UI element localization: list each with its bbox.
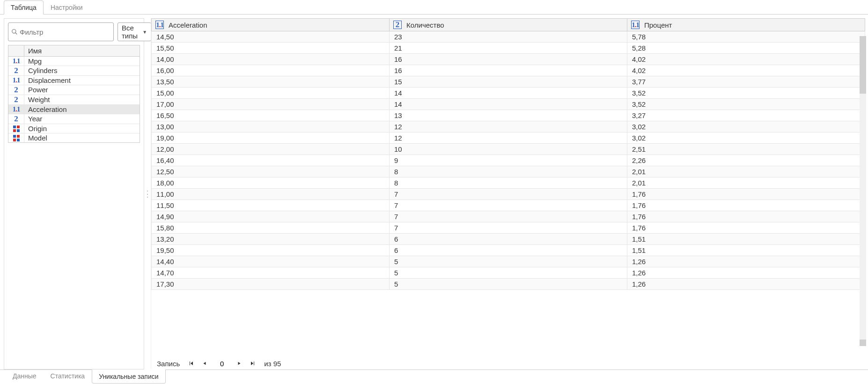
table-cell: 14,40 — [152, 256, 390, 267]
table-cell: 5 — [390, 279, 627, 290]
field-row-model[interactable]: Model — [8, 133, 140, 142]
bottom-tabs: ДанныеСтатистикаУникальные записи — [0, 369, 868, 384]
bottom-tab-2[interactable]: Уникальные записи — [92, 369, 165, 384]
table-cell: 14,70 — [152, 267, 390, 279]
field-row-acceleration[interactable]: 1.1Acceleration — [8, 105, 140, 114]
scrollbar-down-button[interactable] — [860, 340, 866, 346]
table-cell: 7 — [390, 189, 627, 200]
table-cell: 15,00 — [152, 88, 390, 99]
column-header-label: Количество — [406, 21, 444, 29]
pager-of: из 95 — [264, 360, 281, 368]
main-area: Все типы ▼ Имя 1.1Mpg2Cylinders1.1Displa… — [0, 15, 868, 369]
table-row[interactable]: 16,4092,26 — [152, 155, 865, 166]
bottom-tab-1[interactable]: Статистика — [44, 369, 92, 384]
table-cell: 18,00 — [152, 177, 390, 189]
table-row[interactable]: 17,3051,26 — [152, 279, 865, 290]
table-cell: 21 — [390, 43, 627, 54]
filter-input[interactable] — [18, 27, 110, 37]
pager-current-input[interactable] — [215, 360, 228, 368]
bottom-tab-0[interactable]: Данные — [6, 369, 44, 384]
field-name-label: Acceleration — [24, 105, 140, 114]
panel-splitter[interactable] — [144, 18, 151, 369]
field-row-displacement[interactable]: 1.1Displacement — [8, 76, 140, 85]
table-cell: 1,26 — [627, 256, 865, 267]
type-select-label: Все типы — [122, 24, 138, 40]
record-pager: Запись из 95 — [151, 358, 867, 369]
scrollbar-thumb[interactable] — [860, 36, 866, 94]
field-row-mpg[interactable]: 1.1Mpg — [8, 57, 140, 66]
field-type-icon: 2 — [8, 95, 24, 104]
table-row[interactable]: 15,00143,52 — [152, 88, 865, 99]
top-tab-0[interactable]: Таблица — [4, 0, 44, 15]
svg-rect-6 — [13, 135, 16, 138]
field-type-icon: 2 — [8, 85, 24, 95]
table-row[interactable]: 12,5082,01 — [152, 166, 865, 177]
fields-header-icon-col — [8, 45, 24, 56]
table-cell: 8 — [390, 166, 627, 177]
top-tabs: ТаблицаНастройки — [0, 0, 868, 15]
table-row[interactable]: 17,00143,52 — [152, 99, 865, 110]
table-cell: 7 — [390, 222, 627, 234]
fields-toolbar: Все типы ▼ — [4, 19, 144, 45]
table-cell: 5,28 — [627, 43, 865, 54]
table-row[interactable]: 19,00123,02 — [152, 133, 865, 144]
table-row[interactable]: 15,8071,76 — [152, 222, 865, 234]
field-name-label: Weight — [24, 95, 140, 104]
table-row[interactable]: 14,9071,76 — [152, 211, 865, 222]
table-row[interactable]: 11,0071,76 — [152, 189, 865, 200]
pager-of-label: из — [264, 360, 271, 368]
table-cell: 7 — [390, 200, 627, 211]
table-row[interactable]: 11,5071,76 — [152, 200, 865, 211]
table-cell: 4,02 — [627, 54, 865, 65]
column-header-0[interactable]: 1.1Acceleration — [152, 19, 390, 31]
vertical-scrollbar[interactable] — [860, 36, 866, 346]
table-row[interactable]: 14,00164,02 — [152, 54, 865, 65]
table-row[interactable]: 19,5061,51 — [152, 245, 865, 256]
table-row[interactable]: 16,50133,27 — [152, 110, 865, 121]
table-row[interactable]: 15,50215,28 — [152, 43, 865, 54]
table-row[interactable]: 14,4051,26 — [152, 256, 865, 267]
table-cell: 1,26 — [627, 267, 865, 279]
data-table-wrap[interactable]: 1.1Acceleration2Количество1.1Процент 14,… — [151, 18, 867, 358]
fields-table: Имя 1.1Mpg2Cylinders1.1Displacement2Powe… — [8, 45, 140, 143]
top-tab-1[interactable]: Настройки — [44, 0, 90, 15]
table-cell: 16,40 — [152, 155, 390, 166]
svg-point-0 — [12, 30, 16, 33]
field-row-weight[interactable]: 2Weight — [8, 95, 140, 105]
column-header-2[interactable]: 1.1Процент — [627, 19, 865, 31]
pager-prev-button[interactable] — [202, 360, 207, 368]
filter-input-wrap[interactable] — [8, 22, 114, 41]
field-row-year[interactable]: 2Year — [8, 114, 140, 124]
pager-last-button[interactable] — [250, 360, 256, 368]
table-row[interactable]: 13,2061,51 — [152, 234, 865, 245]
table-row[interactable]: 14,50235,78 — [152, 31, 865, 43]
field-row-origin[interactable]: Origin — [8, 124, 140, 133]
table-cell: 3,52 — [627, 88, 865, 99]
field-row-power[interactable]: 2Power — [8, 85, 140, 95]
table-cell: 8 — [390, 177, 627, 189]
table-row[interactable]: 13,00123,02 — [152, 121, 865, 133]
field-name-label: Year — [24, 114, 140, 124]
data-table: 1.1Acceleration2Количество1.1Процент 14,… — [151, 18, 865, 290]
pager-next-button[interactable] — [237, 360, 242, 368]
field-name-label: Displacement — [24, 76, 140, 85]
data-panel: 1.1Acceleration2Количество1.1Процент 14,… — [151, 18, 867, 369]
table-cell: 6 — [390, 245, 627, 256]
table-cell: 12 — [390, 133, 627, 144]
table-cell: 2,01 — [627, 177, 865, 189]
field-row-cylinders[interactable]: 2Cylinders — [8, 66, 140, 76]
table-cell: 7 — [390, 211, 627, 222]
table-row[interactable]: 14,7051,26 — [152, 267, 865, 279]
table-row[interactable]: 12,00102,51 — [152, 144, 865, 155]
pager-first-button[interactable] — [188, 360, 194, 368]
field-name-label: Origin — [24, 124, 140, 133]
table-row[interactable]: 18,0082,01 — [152, 177, 865, 189]
fields-header-name[interactable]: Имя — [24, 45, 140, 56]
table-cell: 3,77 — [627, 76, 865, 88]
table-cell: 16 — [390, 65, 627, 76]
column-header-1[interactable]: 2Количество — [390, 19, 627, 31]
table-row[interactable]: 13,50153,77 — [152, 76, 865, 88]
field-type-icon: 2 — [8, 114, 24, 124]
table-row[interactable]: 16,00164,02 — [152, 65, 865, 76]
svg-rect-7 — [17, 135, 20, 138]
